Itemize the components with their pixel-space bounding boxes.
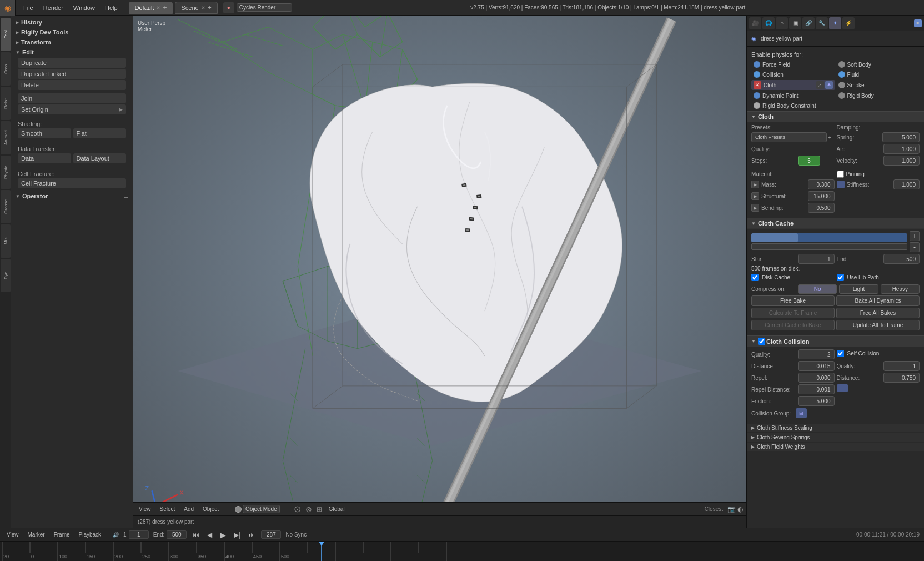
stiffness-swatch[interactable] [837,181,845,188]
update-all-to-frame-btn[interactable]: Update All To Frame [836,320,920,330]
repel-dist-value[interactable]: 0.001 [798,384,835,394]
section-history-header[interactable]: ▶ History [13,18,130,27]
timeline-marker[interactable]: Marker [26,532,47,538]
snap-type[interactable]: Closest [705,506,723,512]
air-value[interactable]: 1.000 [883,144,920,154]
section-rigify-header[interactable]: ▶ Rigify Dev Tools [13,28,130,37]
btn-duplicate[interactable]: Duplicate [18,58,126,68]
comp-light-btn[interactable]: Light [839,284,878,294]
vtab-tool[interactable]: Tool [1,18,11,51]
bake-all-dynamics-btn[interactable]: Bake All Dynamics [836,295,920,306]
orient-icon[interactable]: ⊞ [317,505,322,513]
tab-add[interactable]: + [163,4,167,12]
pinning-checkbox[interactable] [837,171,844,178]
repel-value[interactable]: 0.000 [798,373,835,383]
vtab-create[interactable]: Crea [1,52,11,86]
play-btn[interactable]: ▶ [218,530,228,539]
cloth-cache-header[interactable]: ▼ Cloth Cache [747,218,924,229]
btn-data-layout[interactable]: Data Layout [73,153,127,163]
cloth-show-icon[interactable]: 👁 [825,81,833,89]
btn-data[interactable]: Data [18,153,71,163]
viewport-menu-add[interactable]: Add [182,506,196,512]
vtab-physics[interactable]: Physic [1,156,11,189]
tab-default-close[interactable]: ✕ [156,5,160,11]
presets-add-icon[interactable]: + [828,134,831,141]
mass-value[interactable]: 0.300 [808,179,835,189]
free-bake-btn[interactable]: Free Bake [751,295,835,306]
comp-no-btn[interactable]: No [798,284,837,294]
object-icon-btn[interactable]: ■ [914,19,922,27]
menu-render[interactable]: Render [39,3,68,12]
current-cache-bake-btn[interactable]: Current Cache to Bake [751,320,835,330]
viewport-3d[interactable]: X Y Z User Persp Meter [133,16,746,502]
comp-heavy-btn[interactable]: Heavy [881,284,920,294]
cloth-section-header[interactable]: ▼ Cloth [747,111,924,122]
friction-value[interactable]: 5.000 [798,396,835,406]
use-lib-path-checkbox[interactable] [837,274,844,281]
start-field[interactable] [129,530,149,539]
cloth-presets-value[interactable]: Cloth Presets [751,132,827,142]
magnet-icon[interactable]: ⊗ [305,505,312,514]
timeline-playback[interactable]: Playback [77,532,104,538]
tab-default[interactable]: Default ✕ + [129,2,173,14]
sub-section-sewing-header[interactable]: ▶ Cloth Sewing Springs [747,433,924,442]
dist2-value[interactable]: 0.750 [883,373,920,383]
section-operator-header[interactable]: ▼ Operator ☰ [13,192,130,201]
bending-expander[interactable]: ▶ [751,204,759,212]
section-edit-header[interactable]: ▼ Edit [13,48,130,57]
icon-scene[interactable]: 🌐 [762,17,775,29]
dist-value[interactable]: 0.015 [798,361,835,371]
collision-group-btn[interactable]: ⊞ [796,408,807,418]
icon-world[interactable]: ○ [776,17,788,29]
audio-icon[interactable]: 🔊 [113,532,119,538]
mode-select[interactable]: Object Mode [243,505,280,513]
operator-menu[interactable]: ☰ [124,193,128,199]
cloth-collision-enabled[interactable] [758,338,765,345]
cache-add-btn[interactable]: + [910,231,920,241]
icon-render[interactable]: 🎥 [749,17,761,29]
presets-remove-icon[interactable]: - [832,134,834,141]
cache-scrubber[interactable] [751,243,907,250]
prev-keyframe-btn[interactable]: ⏮ [191,531,201,539]
viewport-menu-view[interactable]: View [137,506,153,512]
section-transform-header[interactable]: ▶ Transform [13,38,130,47]
tab-scene-add[interactable]: + [208,4,212,12]
btn-delete[interactable]: Delete [18,80,126,90]
current-frame-field[interactable] [261,530,281,539]
btn-cell-fracture[interactable]: Cell Fracture [18,178,126,188]
btn-flat[interactable]: Flat [73,128,127,138]
menu-file[interactable]: File [19,3,38,12]
timeline-view[interactable]: View [4,532,21,538]
quality2-value[interactable]: 1 [883,361,920,371]
snap-icon[interactable]: ⊙ [294,504,301,514]
structural-expander[interactable]: ▶ [751,192,759,200]
icon-modifiers[interactable]: 🔧 [816,17,828,29]
camera-icon[interactable]: 📷 [727,505,736,513]
viewport-menu-select[interactable]: Select [158,506,178,512]
free-all-bakes-btn[interactable]: Free All Bakes [836,308,920,318]
icon-particles[interactable]: ✦ [829,17,841,29]
next-keyframe-btn[interactable]: ⏭ [247,531,257,539]
self-collision-checkbox[interactable] [837,350,844,357]
end-value[interactable]: 500 [883,254,920,264]
next-frame-btn[interactable]: ▶| [232,531,242,539]
structural-value[interactable]: 15.000 [808,191,835,201]
tab-scene-close[interactable]: ✕ [201,5,205,11]
col-quality-value[interactable]: 2 [798,349,835,359]
sub-section-stiffness-header[interactable]: ▶ Cloth Stiffness Scaling [747,424,924,432]
velocity-value[interactable]: 1.000 [883,156,920,166]
cloth-collision-header[interactable]: ▼ Cloth Collision [747,335,924,347]
vtab-animation[interactable]: Animati [1,121,11,154]
icon-constraints[interactable]: 🔗 [802,17,815,29]
btn-duplicate-linked[interactable]: Duplicate Linked [18,69,126,79]
timeline-ruler[interactable]: 20 0 100 150 200 250 300 350 400 450 500 [0,542,924,561]
vtab-dynamic[interactable]: Dyn [1,259,11,292]
mass-expander[interactable]: ▶ [751,181,759,188]
menu-help[interactable]: Help [101,3,122,12]
viewport-shading-icon[interactable]: ◐ [737,505,743,513]
global-select[interactable]: Global [327,506,347,512]
bending-value[interactable]: 0.500 [808,203,835,213]
disk-cache-checkbox[interactable] [751,274,759,281]
btn-set-origin[interactable]: Set Origin ▶ [18,104,126,114]
spring-value[interactable]: 5.000 [882,132,920,142]
